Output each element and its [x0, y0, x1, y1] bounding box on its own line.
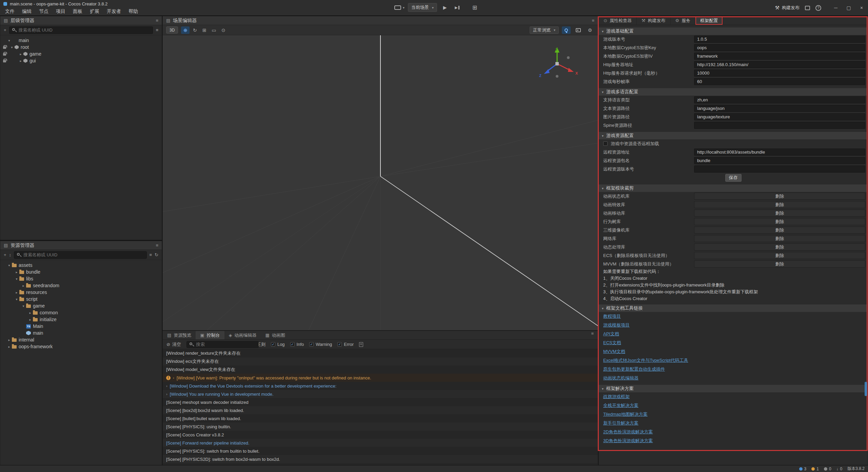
filter-icon[interactable]: ≡: [150, 252, 152, 257]
maximize-button[interactable]: ▢: [842, 0, 855, 16]
solution-link[interactable]: 全栈开发解决方案: [603, 402, 638, 409]
inspector-tab[interactable]: ⚙ 服务: [671, 16, 696, 25]
inspector-tab[interactable]: ⊙ 属性检查器: [599, 16, 637, 25]
gizmo-tool-button[interactable]: ⊞: [200, 26, 209, 34]
field-input[interactable]: oops: [694, 44, 865, 51]
expand-arrow-icon[interactable]: [6, 263, 12, 267]
log-row[interactable]: › [Scene] [PHYSICS]: using builtin.: [163, 422, 598, 431]
expand-arrow-icon[interactable]: [14, 277, 19, 281]
field-input[interactable]: [694, 165, 865, 173]
chevron-right-icon[interactable]: ›: [166, 384, 167, 388]
dimension-toggle-button[interactable]: 3D: [166, 26, 178, 34]
doc-link[interactable]: 游戏模板项目: [603, 322, 630, 328]
filter-checkbox[interactable]: [290, 342, 295, 347]
chevron-right-icon[interactable]: ›: [166, 392, 167, 396]
console-search-input[interactable]: [186, 341, 259, 348]
field-input[interactable]: http://192.168.0.150/main/: [694, 61, 865, 68]
field-input[interactable]: language/texture: [694, 113, 865, 120]
add-asset-button[interactable]: +: [4, 252, 6, 257]
asset-node[interactable]: Main: [0, 323, 162, 330]
doc-link[interactable]: API文档: [603, 331, 619, 337]
expand-arrow-icon[interactable]: [21, 304, 26, 308]
field-input[interactable]: framework: [694, 53, 865, 60]
delete-module-button[interactable]: 删除: [694, 260, 865, 268]
scene-select[interactable]: 当前场景 ▾: [408, 3, 437, 12]
error-count[interactable]: 0: [824, 467, 831, 471]
delete-module-button[interactable]: 删除: [694, 210, 865, 217]
section-header-resource[interactable]: ▾ 游戏资源配置: [599, 132, 868, 139]
expand-arrow-icon[interactable]: [9, 45, 15, 49]
inspector-tab[interactable]: ⚒ 构建发布: [637, 16, 671, 25]
hierarchy-node[interactable]: gui: [0, 57, 162, 64]
expand-arrow-icon[interactable]: [21, 284, 26, 288]
log-row[interactable]: › [Window] You are running Vue in develo…: [163, 390, 598, 398]
build-publish-button[interactable]: ⚒ 构建发布: [775, 5, 800, 11]
asset-node[interactable]: bundle: [0, 269, 162, 275]
expand-arrow-icon[interactable]: [6, 39, 12, 42]
delete-module-button[interactable]: 删除: [694, 243, 865, 251]
expand-arrow-icon[interactable]: [14, 297, 19, 301]
asset-node[interactable]: oops-framework: [0, 343, 162, 350]
doc-link[interactable]: 原生包热更新配置自动生成插件: [603, 366, 665, 372]
log-filter[interactable]: Error: [337, 342, 354, 347]
field-input[interactable]: [694, 122, 865, 129]
gizmo-tool-button[interactable]: ⊙: [219, 26, 228, 34]
asset-node[interactable]: common: [0, 309, 162, 316]
log-row[interactable]: › [Scene] [PHYSICS]: switch from builtin…: [163, 447, 598, 455]
menu-item[interactable]: 文件: [1, 7, 18, 16]
scene-settings-button[interactable]: ⚙: [586, 26, 594, 34]
solution-link[interactable]: Tiledmap地图解决方案: [603, 411, 648, 417]
field-input[interactable]: bundle: [694, 157, 865, 164]
expand-arrow-icon[interactable]: [27, 311, 33, 315]
log-filter[interactable]: Info: [290, 342, 304, 347]
download-count[interactable]: ↓ 0: [836, 467, 843, 471]
chevron-right-icon[interactable]: ›: [173, 376, 174, 380]
field-input[interactable]: http://localhost:8083/assets/bundle: [694, 149, 865, 156]
section-header-basic[interactable]: ▾ 游戏基础配置: [599, 27, 868, 35]
asset-node[interactable]: resources: [0, 289, 162, 296]
expand-arrow-icon[interactable]: [14, 270, 19, 274]
menu-item[interactable]: 扩展: [86, 7, 103, 16]
view-mode-select[interactable]: 正常浏览 ▾: [530, 26, 559, 34]
help-icon[interactable]: ?: [815, 5, 821, 11]
step-button[interactable]: ▶: [453, 3, 461, 12]
inspector-tab[interactable]: 框架配置: [695, 16, 723, 25]
filter-checkbox[interactable]: [337, 342, 342, 347]
section-header-docs[interactable]: ▾ 框架文档工具链接: [599, 304, 868, 312]
menu-item[interactable]: 编辑: [18, 7, 35, 16]
lock-icon[interactable]: [3, 46, 6, 49]
gizmo-tool-button[interactable]: ⊕: [181, 26, 190, 34]
solution-link[interactable]: 战旗游戏框架: [603, 394, 630, 400]
console-tab[interactable]: ▣ 控制台: [196, 331, 224, 339]
assets-search-input[interactable]: [14, 251, 146, 259]
log-row[interactable]: › [Window] render_texture文件夹未存在: [163, 349, 598, 357]
field-input[interactable]: 10000: [694, 70, 865, 77]
field-input[interactable]: 60: [694, 78, 865, 85]
asset-node[interactable]: main: [0, 330, 162, 336]
package-icon[interactable]: [805, 6, 810, 10]
asset-node[interactable]: assets: [0, 262, 162, 269]
log-row[interactable]: › [Scene] [box2d]:box2d wasm lib loaded.: [163, 406, 598, 414]
delete-module-button[interactable]: 删除: [694, 201, 865, 208]
lock-icon[interactable]: [3, 60, 6, 62]
panel-menu-icon[interactable]: ≡: [587, 331, 598, 339]
hierarchy-node[interactable]: game: [0, 51, 162, 57]
orientation-gizmo[interactable]: Y X Z: [535, 44, 579, 83]
section-header-solutions[interactable]: ▾ 框架解决方案: [599, 385, 868, 392]
delete-module-button[interactable]: 删除: [694, 227, 865, 234]
solution-link[interactable]: 新手引导解决方案: [603, 420, 638, 426]
section-header-language[interactable]: ▾ 游戏多语言配置: [599, 88, 868, 96]
doc-link[interactable]: MVVM文档: [603, 349, 625, 355]
filter-icon[interactable]: ≡: [156, 27, 158, 33]
log-row[interactable]: › [Window] Download the Vue Devtools ext…: [163, 382, 598, 390]
close-button[interactable]: ×: [855, 0, 868, 16]
panel-menu-icon[interactable]: ≡: [156, 243, 158, 248]
gizmo-tool-button[interactable]: ▭: [210, 26, 218, 34]
layout-button[interactable]: ⊞: [472, 4, 477, 11]
delete-module-button[interactable]: 删除: [694, 252, 865, 259]
gizmo-tool-button[interactable]: ↻: [191, 26, 199, 34]
field-input[interactable]: language/json: [694, 105, 865, 112]
console-tab[interactable]: ◈ 动画编辑器: [224, 331, 261, 339]
solution-link[interactable]: 3D角色扮演游戏解决方案: [603, 438, 653, 444]
log-file-icon[interactable]: [359, 342, 363, 347]
